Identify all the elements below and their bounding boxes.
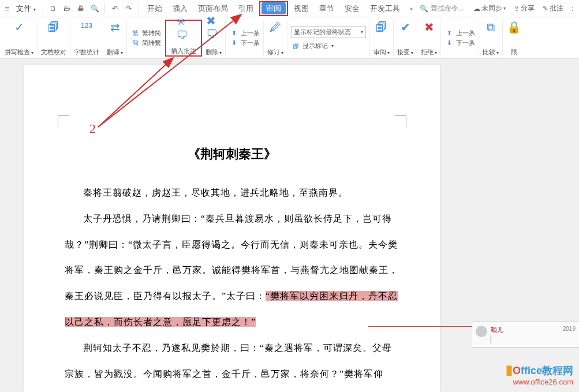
pen-icon: ✎: [543, 5, 548, 13]
sync-button[interactable]: ☁未同步 ▾: [470, 3, 509, 13]
tab-review[interactable]: 审阅: [262, 2, 286, 14]
tab-reference[interactable]: 引用: [234, 1, 258, 16]
tab-start[interactable]: 开始: [143, 1, 167, 16]
qat-open-icon[interactable]: 🗁: [61, 3, 73, 14]
next-change-icon: ⬇: [444, 39, 454, 47]
page-corner-tl: [58, 115, 69, 127]
translate-icon: ⇄: [107, 20, 122, 35]
prev-icon: ⬆: [229, 29, 238, 37]
search-command[interactable]: 🔍 查找命令…: [420, 3, 465, 13]
prev-change-button[interactable]: ⬆上一条: [444, 29, 475, 38]
watermark-url: www.office26.com: [506, 378, 573, 386]
document-area: 《荆轲刺秦王》 秦将王翦破赵，虏赵王，尽收其地，进兵北略地，至燕南界。 太子丹恐…: [0, 59, 579, 392]
tab-security[interactable]: 安全: [340, 1, 364, 16]
document-paragraph: 太子丹恐惧，乃请荆卿曰：“秦兵旦暮渡易水，则虽欲长侍足下，岂可得哉？”荆卿曰：“…: [65, 206, 399, 335]
compare-button[interactable]: ⧉ 比较▾: [479, 20, 503, 57]
reject-icon: ✖: [421, 20, 436, 35]
comment-author: 颖儿: [491, 326, 503, 334]
t2s-button[interactable]: 繁繁转简: [130, 29, 161, 38]
more-tabs-icon[interactable]: ▸: [406, 4, 419, 13]
reject-button[interactable]: ✖ 拒绝▾: [417, 20, 441, 57]
spellcheck-icon: ✓: [12, 20, 27, 35]
qat-preview-icon[interactable]: 🔍: [88, 3, 101, 14]
compare-icon: ⧉: [483, 20, 498, 35]
hamburger-icon[interactable]: ≡: [2, 4, 12, 13]
comment-avatar: [476, 326, 487, 337]
track-changes-button[interactable]: 🖉 修订▾: [264, 20, 287, 57]
display-mode-combo[interactable]: 显示标记的最终状态▾: [291, 26, 366, 38]
comment-panel: 颖儿 2019: [472, 322, 579, 348]
comment-nav-group: ⬆上一条 ⬇下一条: [226, 20, 264, 57]
share-icon: ⇪: [514, 5, 520, 13]
cloud-icon: ☁: [473, 5, 480, 13]
menubar: ≡ 文件 ▾ 🗋 🗁 🖶 🔍 ↶ ↷ 开始 插入 页面布局 引用 审阅 视图 章…: [0, 0, 579, 17]
next-change-button[interactable]: ⬇下一条: [444, 39, 475, 47]
convert-group: 繁繁转简 簡简转繁: [127, 20, 165, 57]
prev-comment-button[interactable]: ⬆上一条: [229, 29, 260, 38]
tab-view[interactable]: 视图: [289, 1, 313, 16]
wordcount-icon: ¹²³: [79, 20, 94, 35]
ribbon: ✓ 拼写检查▾ 🗐 文档校对 ¹²³ 字数统计 ⇄ 翻译▾ 繁繁转简 簡简转繁 …: [0, 17, 579, 59]
wordcount-button[interactable]: ¹²³ 字数统计: [70, 20, 103, 57]
qat-print-icon[interactable]: 🖶: [74, 3, 87, 14]
comment-box[interactable]: 颖儿 2019: [472, 322, 579, 348]
t2s-icon: 繁: [130, 29, 140, 38]
show-markup-button[interactable]: 🗐显示标记▾: [291, 42, 366, 50]
track-icon: 🖉: [268, 20, 283, 35]
change-nav-group: ⬆上一条 ⬇下一条: [441, 20, 479, 57]
s2t-button[interactable]: 簡简转繁: [130, 39, 161, 47]
markup-icon: 🗐: [291, 43, 300, 50]
help-button[interactable]: :: [568, 5, 577, 13]
review-icon: 🗐: [374, 20, 389, 35]
spellcheck-button[interactable]: ✓ 拼写检查▾: [1, 20, 38, 57]
delete-icon: ✖🗨: [206, 20, 221, 35]
document-title: 《荆轲刺秦王》: [65, 145, 399, 163]
s2t-icon: 簡: [130, 39, 140, 47]
page-corner-tr: [395, 115, 406, 127]
docproof-button[interactable]: 🗐 文档校对: [38, 20, 70, 57]
qat-redo-icon[interactable]: ↷: [122, 3, 135, 14]
comment-date: 2019: [563, 326, 576, 334]
search-icon: 🔍: [420, 5, 428, 13]
track-display-group: 显示标记的最终状态▾ 🗐显示标记▾: [287, 20, 370, 57]
next-comment-button[interactable]: ⬇下一条: [229, 39, 260, 47]
document-page[interactable]: 《荆轲刺秦王》 秦将王翦破赵，虏赵王，尽收其地，进兵北略地，至燕南界。 太子丹恐…: [24, 65, 440, 392]
translate-button[interactable]: ⇄ 翻译▾: [103, 20, 127, 57]
next-icon: ⬇: [229, 39, 238, 47]
tab-section[interactable]: 章节: [315, 1, 339, 16]
accept-button[interactable]: ✔ 接受▾: [394, 20, 417, 57]
docproof-icon: 🗐: [46, 20, 61, 35]
comment-connector-line: [368, 326, 472, 327]
prev-change-icon: ⬆: [444, 29, 454, 37]
annotation-highlight-tab: 审阅: [259, 1, 288, 16]
file-menu[interactable]: 文件 ▾: [13, 2, 39, 15]
document-paragraph: 荆轲知太子不忍，乃遂私见樊於期，曰：“秦之遇将军，可谓深矣。父母宗族，皆为戮没。…: [65, 335, 399, 387]
document-paragraph: 秦将王翦破赵，虏赵王，尽收其地，进兵北略地，至燕南界。: [65, 180, 399, 206]
tab-insert[interactable]: 插入: [168, 1, 192, 16]
insert-comment-button[interactable]: ✳🗨 插入批注: [165, 20, 202, 57]
delete-comment-button[interactable]: ✖🗨 删除▾: [202, 20, 226, 57]
restrict-button[interactable]: 🔒 限: [503, 20, 525, 57]
comment-button[interactable]: ✎批注: [539, 3, 567, 13]
watermark: ▮Office教程网 www.office26.com: [506, 363, 573, 386]
comment-input[interactable]: [491, 335, 576, 344]
tab-devtools[interactable]: 开发工具: [365, 1, 405, 16]
annotation-number: 2: [89, 121, 96, 136]
review-button[interactable]: 🗐 审阅▾: [370, 20, 394, 57]
accept-icon: ✔: [398, 20, 413, 35]
watermark-logo: ▮Office教程网: [506, 363, 573, 378]
qat-undo-icon[interactable]: ↶: [109, 3, 121, 14]
qat-new-icon[interactable]: 🗋: [47, 3, 59, 14]
lock-icon: 🔒: [506, 20, 521, 35]
share-button[interactable]: ⇪分享: [510, 3, 538, 13]
insert-comment-icon: ✳🗨: [176, 21, 191, 36]
